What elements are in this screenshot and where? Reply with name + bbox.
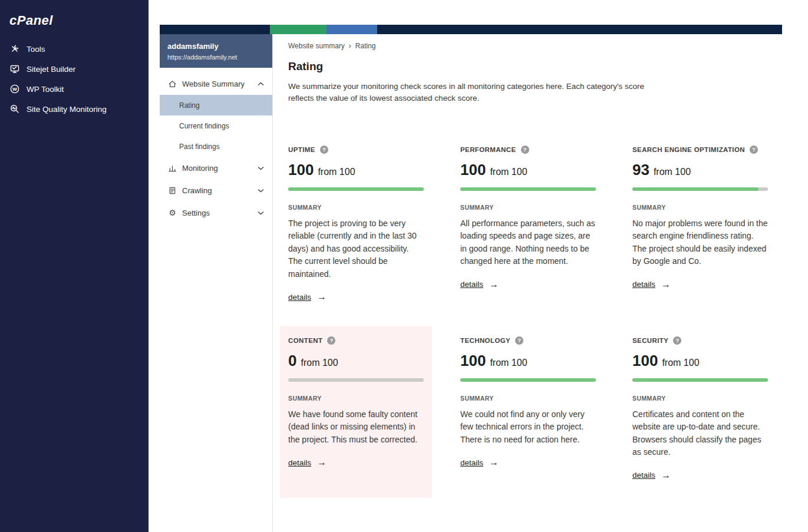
arrow-right-icon: → bbox=[661, 280, 671, 289]
help-icon[interactable]: ? bbox=[521, 146, 529, 154]
details-link[interactable]: details → bbox=[460, 280, 499, 289]
sidebar-item-site-quality-monitoring[interactable]: Site Quality Monitoring bbox=[0, 99, 149, 119]
site-quality-monitoring-icon bbox=[9, 104, 20, 114]
summary-text: No major problems were found in the sear… bbox=[632, 217, 768, 268]
progress-fill bbox=[460, 378, 596, 382]
site-url: https://addamsfamily.net bbox=[167, 54, 265, 61]
card-title: CONTENT bbox=[288, 337, 322, 344]
wordpress-icon: W bbox=[9, 84, 20, 94]
card-title: TECHNOLOGY bbox=[460, 337, 510, 344]
sitejet-builder-icon bbox=[9, 64, 20, 74]
summary-label: SUMMARY bbox=[460, 204, 596, 211]
score-row: 100 from 100 bbox=[288, 161, 424, 179]
progress-bar bbox=[460, 378, 596, 382]
chevron-down-icon bbox=[258, 211, 264, 215]
site-panel-menu: Website Summary Rating Current findings … bbox=[160, 68, 272, 224]
menu-item-past-findings[interactable]: Past findings bbox=[160, 136, 272, 157]
help-icon[interactable]: ? bbox=[673, 336, 681, 345]
card-performance: PERFORMANCE ? 100 from 100 SUMMARY All p… bbox=[452, 135, 604, 320]
summary-text: We have found some faulty content (dead … bbox=[288, 408, 424, 447]
site-header: addamsfamily https://addamsfamily.net bbox=[160, 34, 272, 68]
arrow-right-icon: → bbox=[317, 292, 327, 302]
card-uptime: UPTIME ? 100 from 100 SUMMARY The projec… bbox=[280, 135, 432, 320]
score-row: 100 from 100 bbox=[460, 161, 596, 179]
site-panel: addamsfamily https://addamsfamily.net We… bbox=[160, 34, 273, 532]
progress-bar bbox=[632, 378, 768, 382]
progress-bar bbox=[632, 187, 768, 191]
summary-label: SUMMARY bbox=[632, 395, 768, 402]
menu-item-monitoring[interactable]: Monitoring bbox=[160, 157, 272, 179]
sidebar-item-wp-toolkit[interactable]: W WP Toolkit bbox=[0, 79, 149, 99]
rating-cards-grid: UPTIME ? 100 from 100 SUMMARY The projec… bbox=[280, 135, 782, 498]
card-title: UPTIME bbox=[288, 146, 315, 153]
details-link[interactable]: details → bbox=[632, 471, 671, 480]
details-link[interactable]: details → bbox=[632, 280, 671, 289]
menu-item-settings[interactable]: ⚙ Settings bbox=[160, 201, 272, 224]
score-row: 93 from 100 bbox=[632, 161, 768, 179]
details-link[interactable]: details → bbox=[460, 458, 499, 467]
help-icon[interactable]: ? bbox=[515, 336, 523, 345]
chevron-down-icon bbox=[258, 166, 264, 170]
summary-text: All performance parameters, such as load… bbox=[460, 217, 596, 268]
details-link[interactable]: details → bbox=[288, 458, 327, 467]
score-suffix: from 100 bbox=[301, 358, 338, 368]
document-icon bbox=[168, 186, 177, 195]
score-value: 93 bbox=[632, 161, 649, 179]
page-title: Rating bbox=[288, 60, 782, 73]
menu-item-label: Rating bbox=[179, 101, 200, 110]
score-suffix: from 100 bbox=[490, 167, 527, 177]
gear-icon: ⚙ bbox=[168, 209, 177, 217]
score-value: 100 bbox=[460, 161, 486, 179]
help-icon[interactable]: ? bbox=[750, 146, 758, 154]
score-row: 0 from 100 bbox=[288, 352, 424, 370]
cpanel-logo[interactable]: cPanel bbox=[0, 0, 149, 39]
sidebar-item-label: Tools bbox=[27, 45, 45, 54]
breadcrumb-separator: › bbox=[349, 42, 351, 50]
arrow-right-icon: → bbox=[489, 458, 499, 467]
summary-label: SUMMARY bbox=[460, 395, 596, 402]
menu-item-label: Monitoring bbox=[182, 164, 218, 173]
sidebar-item-label: Site Quality Monitoring bbox=[27, 105, 107, 114]
score-row: 100 from 100 bbox=[460, 352, 596, 370]
card-security: SECURITY ? 100 from 100 SUMMARY Certific… bbox=[624, 326, 776, 498]
menu-item-website-summary[interactable]: Website Summary bbox=[160, 72, 272, 95]
main-content: Website summary › Rating Rating We summa… bbox=[273, 34, 782, 532]
details-link[interactable]: details → bbox=[288, 292, 327, 302]
score-value: 100 bbox=[632, 352, 658, 370]
site-name: addamsfamily bbox=[167, 42, 265, 51]
breadcrumb-current: Rating bbox=[355, 42, 376, 50]
menu-item-current-findings[interactable]: Current findings bbox=[160, 115, 272, 136]
summary-label: SUMMARY bbox=[632, 204, 768, 211]
menu-item-label: Crawling bbox=[182, 186, 212, 195]
help-icon[interactable]: ? bbox=[327, 336, 335, 345]
summary-label: SUMMARY bbox=[288, 395, 424, 402]
sidebar-item-sitejet-builder[interactable]: Sitejet Builder bbox=[0, 59, 149, 79]
summary-text: The project is proving to be very reliab… bbox=[288, 217, 424, 281]
card-search-engine-optimization: SEARCH ENGINE OPTIMIZATION ? 93 from 100… bbox=[624, 135, 776, 320]
score-suffix: from 100 bbox=[490, 358, 527, 368]
progress-bar bbox=[288, 187, 424, 191]
card-technology: TECHNOLOGY ? 100 from 100 SUMMARY We cou… bbox=[452, 326, 604, 498]
card-title: SEARCH ENGINE OPTIMIZATION bbox=[632, 146, 745, 153]
progress-fill bbox=[460, 187, 596, 191]
app-top-bar bbox=[160, 25, 782, 34]
score-row: 100 from 100 bbox=[632, 352, 768, 370]
bar-chart-icon bbox=[168, 164, 177, 173]
summary-text: We could not find any or only very few t… bbox=[460, 408, 596, 447]
menu-item-crawling[interactable]: Crawling bbox=[160, 179, 272, 201]
top-bar-segment-blue bbox=[327, 25, 377, 34]
menu-item-rating[interactable]: Rating bbox=[160, 95, 272, 115]
summary-label: SUMMARY bbox=[288, 204, 424, 211]
sidebar-item-tools[interactable]: Tools bbox=[0, 39, 149, 59]
breadcrumb: Website summary › Rating bbox=[288, 42, 782, 50]
card-title: SECURITY bbox=[632, 337, 668, 344]
breadcrumb-website-summary[interactable]: Website summary bbox=[288, 42, 345, 50]
arrow-right-icon: → bbox=[489, 280, 499, 289]
sidebar-item-label: WP Toolkit bbox=[27, 85, 64, 94]
svg-text:W: W bbox=[12, 87, 17, 92]
menu-item-label: Past findings bbox=[179, 143, 220, 151]
summary-text: Certificates and content on the website … bbox=[632, 408, 768, 459]
menu-item-label: Website Summary bbox=[182, 80, 245, 88]
help-icon[interactable]: ? bbox=[320, 146, 328, 154]
main-sidebar: cPanel Tools Sitejet Builder W WP Toolki… bbox=[0, 0, 149, 532]
